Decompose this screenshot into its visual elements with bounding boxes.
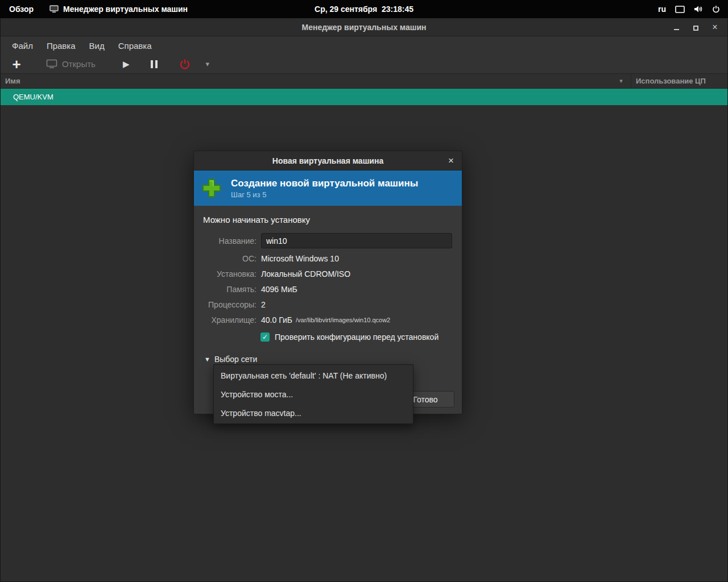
toolbar: + Открыть ▶ ▾: [1, 55, 727, 74]
pause-vm-button[interactable]: [146, 56, 162, 73]
field-row-memory: Память: 4096 МиБ: [202, 281, 454, 297]
close-button[interactable]: ×: [710, 23, 719, 32]
open-button-label: Открыть: [62, 59, 96, 69]
plus-icon: +: [12, 57, 20, 72]
network-selection-menu: Виртуальная сеть 'default' : NAT (Не акт…: [213, 364, 413, 424]
field-row-os: ОС: Microsoft Windows 10: [202, 251, 454, 266]
customize-config-label: Проверить конфигурацию перед установкой: [275, 332, 439, 342]
expander-arrow-icon: ▼: [204, 356, 210, 363]
field-value-memory: 4096 МиБ: [261, 285, 297, 294]
field-label-install: Установка:: [202, 269, 257, 278]
menu-item-bridge-device[interactable]: Устройство моста...: [214, 385, 413, 404]
menu-item-macvtap-device[interactable]: Устройство macvtap...: [214, 404, 413, 422]
connection-label: QEMU/KVM: [13, 93, 53, 101]
field-label-storage: Хранилище:: [202, 315, 257, 325]
field-label-name: Название:: [202, 236, 257, 246]
chevron-down-icon: ▾: [205, 60, 209, 68]
finish-button-label: Готово: [413, 395, 437, 404]
field-row-name: Название:: [202, 232, 454, 250]
ready-text: Можно начинать установку: [202, 215, 454, 225]
vm-name-input[interactable]: [261, 233, 452, 248]
shutdown-menu-button[interactable]: ▾: [201, 56, 214, 73]
field-row-install: Установка: Локальный CDROM/ISO: [202, 266, 454, 281]
field-value-storage: 40.0 ГиБ: [261, 315, 292, 325]
dialog-title: Новая виртуальная машина: [194, 156, 462, 165]
minimize-button[interactable]: [672, 23, 681, 32]
power-icon: [179, 59, 191, 70]
sort-arrow-icon[interactable]: ▾: [611, 77, 631, 85]
window-titlebar[interactable]: Менеджер виртуальных машин ×: [1, 18, 727, 36]
field-label-os: ОС:: [202, 254, 257, 263]
monitor-icon: [46, 59, 57, 69]
field-value-cpus: 2: [261, 300, 266, 309]
menubar: Файл Правка Вид Справка: [1, 36, 727, 55]
dialog-header-title: Создание новой виртуальной машины: [231, 178, 418, 189]
vm-list-header: Имя ▾ Использование ЦП: [1, 74, 727, 89]
maximize-button[interactable]: [691, 23, 700, 32]
menu-edit[interactable]: Правка: [41, 39, 81, 53]
run-vm-button[interactable]: ▶: [118, 56, 134, 73]
new-vm-button[interactable]: +: [7, 56, 26, 73]
play-icon: ▶: [123, 59, 130, 69]
network-expander-label: Выбор сети: [214, 355, 257, 364]
new-vm-plus-icon: [201, 177, 222, 199]
storage-path: /var/lib/libvirt/images/win10.qcow2: [296, 317, 390, 323]
field-value-install: Локальный CDROM/ISO: [261, 269, 350, 278]
dialog-step-indicator: Шаг 5 из 5: [231, 190, 418, 199]
field-row-storage: Хранилище: 40.0 ГиБ /var/lib/libvirt/ima…: [202, 312, 454, 327]
column-header-cpu[interactable]: Использование ЦП: [631, 74, 727, 88]
dialog-titlebar[interactable]: Новая виртуальная машина ×: [194, 151, 462, 171]
pause-icon: [151, 60, 153, 68]
connection-row-qemu-kvm[interactable]: QEMU/KVM: [1, 89, 727, 105]
customize-config-row[interactable]: ✓ Проверить конфигурацию перед установко…: [260, 329, 454, 345]
network-selection-expander[interactable]: ▼ Выбор сети: [204, 355, 454, 364]
menu-file[interactable]: Файл: [6, 39, 39, 53]
clock[interactable]: Ср, 29 сентября 23:18:45: [0, 5, 728, 14]
window-title: Менеджер виртуальных машин: [1, 23, 727, 32]
field-label-cpus: Процессоры:: [202, 300, 257, 309]
gnome-top-bar: Обзор Менеджер виртуальных машин Ср, 29 …: [0, 0, 728, 18]
dialog-close-icon[interactable]: ×: [448, 156, 462, 165]
menu-view[interactable]: Вид: [84, 39, 110, 53]
column-header-name[interactable]: Имя: [1, 77, 611, 85]
field-value-os: Microsoft Windows 10: [261, 254, 339, 263]
open-button[interactable]: Открыть: [42, 56, 100, 73]
dialog-header: Создание новой виртуальной машины Шаг 5 …: [194, 171, 462, 206]
field-label-memory: Память:: [202, 285, 257, 294]
field-row-cpus: Процессоры: 2: [202, 297, 454, 312]
checkbox-checked-icon[interactable]: ✓: [260, 332, 270, 342]
menu-item-virtual-network-default[interactable]: Виртуальная сеть 'default' : NAT (Не акт…: [214, 366, 413, 385]
menu-help[interactable]: Справка: [113, 39, 158, 53]
shutdown-vm-button[interactable]: [175, 56, 195, 73]
